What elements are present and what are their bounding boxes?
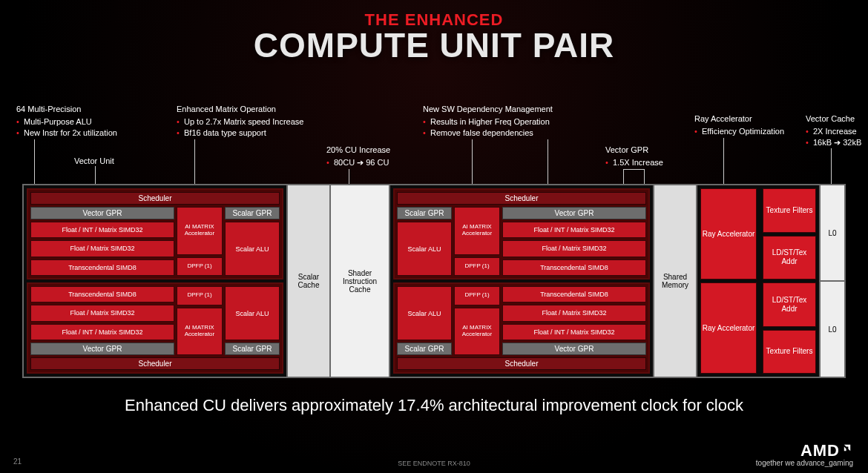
scalar-gpr: Scalar GPR (225, 343, 280, 355)
ann-alu: 64 Multi-Precision Multi-Purpose ALUNew … (16, 104, 117, 139)
cu-right-top: Scheduler Scalar GPR Scalar ALU AI MATRI… (393, 188, 650, 280)
texture-filters: Texture Filters (763, 330, 816, 374)
footnote: SEE ENDNOTE RX-810 (0, 460, 868, 467)
title: THE ENHANCED COMPUTE UNIT PAIR (0, 0, 868, 62)
scalar-alu: Scalar ALU (225, 222, 280, 276)
scalar-gpr: Scalar GPR (397, 343, 452, 355)
l0-cache: L0 (819, 185, 844, 282)
dpfp: DPFP (1) (177, 286, 223, 305)
ann-vector-unit: Vector Unit (74, 156, 114, 167)
scalar-alu: Scalar ALU (397, 222, 452, 276)
cu-left: Scheduler Vector GPR Float / INT / Matri… (24, 185, 286, 377)
texture-filters: Texture Filters (763, 188, 816, 233)
page-number: 21 (13, 457, 22, 466)
ai-matrix: AI MATRIX Accelerator (177, 308, 223, 356)
transcendental: Transcendental SIMD8 (30, 259, 174, 276)
float-int-matrix: Float / INT / Matrix SIMD32 (502, 324, 646, 340)
ray-column: Ray Accelerator Ray Accelerator (697, 185, 760, 377)
dpfp: DPFP (1) (454, 286, 500, 305)
ai-matrix: AI MATRIX Accelerator (454, 207, 500, 255)
float-matrix: Float / Matrix SIMD32 (30, 305, 174, 321)
transcendental: Transcendental SIMD8 (502, 286, 646, 302)
ray-accelerator: Ray Accelerator (700, 188, 757, 280)
logo: AMD together we advance_gaming (756, 441, 853, 467)
scalar-cache: Scalar Cache (286, 185, 331, 377)
footer-text: Enhanced CU delivers approximately 17.4%… (0, 396, 868, 415)
ann-sw: New SW Dependency Management Results in … (423, 104, 553, 139)
ann-matrix: Enhanced Matrix Operation Up to 2.7x Mat… (177, 104, 303, 139)
tex-column: Texture Filters LD/ST/Tex Addr LD/ST/Tex… (760, 185, 819, 377)
scalar-gpr: Scalar GPR (225, 207, 280, 219)
dpfp: DPFP (1) (177, 257, 223, 277)
ai-matrix: AI MATRIX Accelerator (454, 308, 500, 356)
transcendental: Transcendental SIMD8 (502, 259, 646, 276)
shared-memory: Shared Memory (653, 185, 697, 377)
l0-cache: L0 (819, 282, 844, 377)
ann-vcache: Vector Cache 2X Increase16kB ➔ 32kB (806, 113, 861, 148)
float-matrix: Float / Matrix SIMD32 (502, 305, 646, 321)
scheduler-bar: Scheduler (397, 357, 646, 370)
scheduler-bar: Scheduler (30, 357, 280, 370)
scheduler-bar: Scheduler (30, 192, 280, 205)
cu-left-bottom: Transcendental SIMD8 Float / Matrix SIMD… (27, 282, 283, 374)
float-int-matrix: Float / INT / Matrix SIMD32 (30, 222, 174, 238)
vector-gpr: Vector GPR (502, 207, 646, 219)
scalar-alu: Scalar ALU (225, 286, 280, 340)
shader-instruction-cache: Shader Instruction Cache (331, 185, 390, 377)
ann-ray: Ray Accelerator Efficiency Optimization (694, 113, 784, 137)
ann-cu: 20% CU Increase 80CU ➔ 96 CU (326, 145, 390, 168)
l0-column: L0 L0 (819, 185, 844, 377)
vector-gpr: Vector GPR (30, 343, 174, 355)
float-matrix: Float / Matrix SIMD32 (502, 240, 646, 257)
float-matrix: Float / Matrix SIMD32 (30, 240, 174, 257)
float-int-matrix: Float / INT / Matrix SIMD32 (30, 324, 174, 340)
ann-vgpr: Vector GPR 1.5X Increase (605, 145, 663, 168)
scalar-gpr: Scalar GPR (397, 207, 452, 219)
vector-gpr: Vector GPR (30, 207, 174, 219)
title-line2: COMPUTE UNIT PAIR (0, 28, 868, 62)
cu-right-bottom: Scalar ALU Scalar GPR DPFP (1) AI MATRIX… (393, 282, 650, 374)
cu-right: Scheduler Scalar GPR Scalar ALU AI MATRI… (390, 185, 653, 377)
ai-matrix: AI MATRIX Accelerator (177, 207, 223, 255)
diagram: Scheduler Vector GPR Float / INT / Matri… (22, 184, 846, 378)
ldst-tex-addr: LD/ST/Tex Addr (763, 282, 816, 327)
dpfp: DPFP (1) (454, 257, 500, 277)
scalar-alu: Scalar ALU (397, 286, 452, 340)
vector-gpr: Vector GPR (502, 343, 646, 355)
ldst-tex-addr: LD/ST/Tex Addr (763, 236, 816, 280)
scheduler-bar: Scheduler (397, 192, 646, 205)
float-int-matrix: Float / INT / Matrix SIMD32 (502, 222, 646, 238)
transcendental: Transcendental SIMD8 (30, 286, 174, 302)
cu-left-top: Scheduler Vector GPR Float / INT / Matri… (27, 188, 283, 280)
amd-arrow-icon (841, 438, 853, 449)
ray-accelerator: Ray Accelerator (700, 282, 757, 374)
